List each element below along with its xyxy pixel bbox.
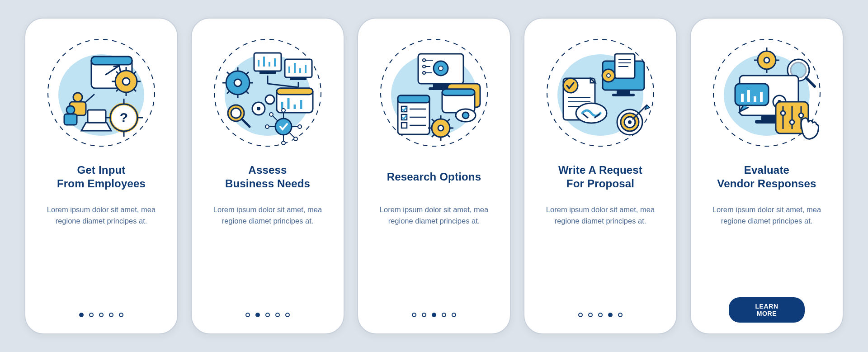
dot-1[interactable] [412,313,416,317]
svg-point-67 [275,119,292,135]
svg-point-77 [294,137,297,141]
svg-point-163 [790,120,794,124]
svg-point-71 [298,125,302,128]
onboarding-card-3: Research Options Lorem ipsum dolor sit a… [357,18,511,334]
card-body: Lorem ipsum dolor sit amet, mea regione … [542,204,659,227]
dot-4[interactable] [608,313,613,317]
svg-point-126 [607,74,610,77]
onboarding-card-1: ? Get Input From Employees Lorem ipsum d… [24,18,178,334]
svg-point-161 [781,111,785,115]
card-body: Lorem ipsum dolor sit amet, mea regione … [42,204,160,227]
svg-point-14 [73,93,82,102]
svg-rect-19 [88,110,106,123]
svg-rect-119 [617,90,630,94]
svg-point-86 [439,66,443,71]
svg-rect-99 [398,95,429,103]
card-title: Assess Business Needs [225,162,310,191]
dot-4[interactable] [275,313,280,317]
svg-rect-31 [259,71,276,74]
onboarding-card-2: Assess Business Needs Lorem ipsum dolor … [191,18,344,334]
card-body: Lorem ipsum dolor sit amet, mea regione … [375,204,493,227]
svg-rect-18 [64,114,77,125]
pager-dots [358,313,510,317]
svg-rect-37 [290,77,307,80]
svg-rect-120 [612,94,635,96]
svg-rect-83 [433,84,448,87]
dot-1[interactable] [578,313,583,317]
card-title: Evaluate Vendor Responses [717,162,816,191]
svg-point-107 [438,125,443,131]
learn-more-button[interactable]: LEARN MORE [729,297,805,323]
onboarding-card-5: Evaluate Vendor Responses Lorem ipsum do… [690,18,844,334]
dot-5[interactable] [618,313,623,317]
dot-3[interactable] [99,313,104,317]
dot-5[interactable] [285,313,290,317]
svg-point-63 [265,95,274,104]
svg-point-17 [66,106,75,114]
dot-5[interactable] [452,313,456,317]
research-options-icon [375,34,493,152]
svg-point-5 [123,78,130,85]
pager-dots [524,313,676,317]
svg-rect-3 [91,57,132,65]
svg-rect-46 [277,88,313,95]
input-employees-icon: ? [42,34,160,152]
svg-point-97 [462,112,469,119]
svg-point-52 [234,79,241,86]
svg-point-136 [628,120,632,124]
card-title: Write A Request For Proposal [558,162,642,191]
dot-3[interactable] [432,313,436,317]
svg-line-76 [289,133,294,138]
dot-2[interactable] [422,313,426,317]
svg-rect-95 [442,89,475,95]
card-body: Lorem ipsum dolor sit amet, mea regione … [209,204,326,227]
svg-rect-152 [735,84,769,105]
svg-point-165 [799,113,803,118]
dot-4[interactable] [442,313,446,317]
dot-2[interactable] [588,313,593,317]
dot-4[interactable] [109,313,113,317]
svg-point-75 [282,141,285,145]
dot-2[interactable] [89,313,94,317]
svg-point-65 [231,108,241,118]
pager-dots [192,313,344,317]
onboarding-card-4: Write A Request For Proposal Lorem ipsum… [524,18,677,334]
evaluate-responses-icon [708,34,826,152]
svg-point-62 [257,107,260,110]
dot-1[interactable] [245,313,250,317]
svg-rect-150 [761,115,777,120]
dot-2[interactable] [255,313,260,317]
svg-point-91 [423,71,425,74]
dot-3[interactable] [598,313,603,317]
svg-text:?: ? [120,110,128,125]
svg-point-87 [423,59,425,62]
svg-point-89 [423,65,425,68]
assess-needs-icon [209,34,326,152]
svg-point-79 [269,113,273,116]
card-title: Research Options [387,162,481,191]
card-title: Get Input From Employees [57,162,146,191]
card-body: Lorem ipsum dolor sit amet, mea regione … [708,204,826,227]
svg-point-69 [282,109,285,112]
svg-line-115 [447,134,450,137]
dot-3[interactable] [265,313,270,317]
write-proposal-icon [542,34,659,152]
dot-5[interactable] [119,313,123,317]
dot-1[interactable] [79,313,84,317]
svg-line-59 [227,72,230,75]
pager-dots [25,313,177,317]
svg-point-141 [764,57,769,63]
svg-point-73 [265,125,269,128]
